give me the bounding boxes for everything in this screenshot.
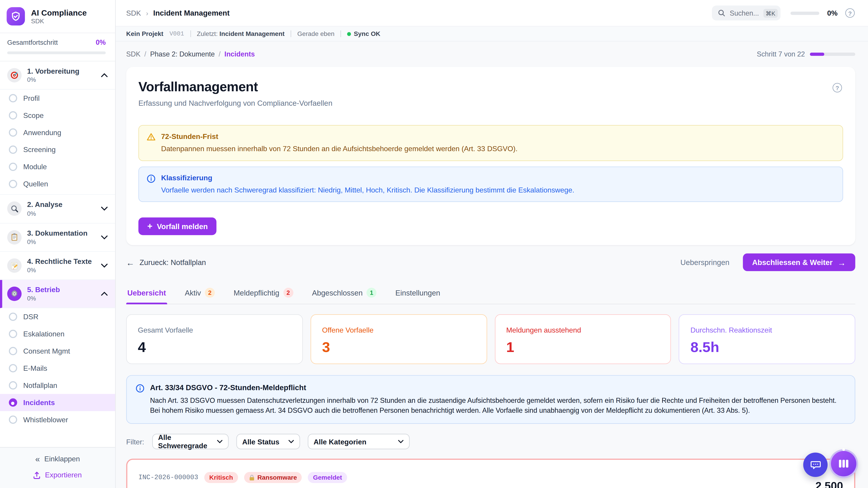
clipboard-icon xyxy=(7,230,22,245)
overall-progress: Gesamtfortschritt 0% xyxy=(0,33,115,61)
sidebar-section-betrieb[interactable]: 5. Betrieb 0% xyxy=(0,280,115,308)
tab-einstellungen[interactable]: Einstellungen xyxy=(394,283,441,304)
main-panel: SDK / Phase 2: Dokumente / Incidents Sch… xyxy=(116,41,868,488)
sidebar-item-anwendung[interactable]: Anwendung xyxy=(0,124,115,141)
info-circle-icon xyxy=(135,384,145,416)
info-title: Klassifizierung xyxy=(161,173,575,182)
category-filter-select[interactable]: Alle Kategorien xyxy=(307,434,409,450)
dsgvo-text: Nach Art. 33 DSGVO muessen Datenschutzve… xyxy=(150,396,846,416)
tab-abgeschlossen[interactable]: Abgeschlossen1 xyxy=(311,283,377,304)
radio-icon xyxy=(9,129,17,137)
incident-management-card: Vorfallmanagement Erfassung und Nachverf… xyxy=(126,67,855,245)
brand-header: AI Compliance SDK xyxy=(0,0,115,33)
divider xyxy=(291,31,291,37)
section-label: 1. Vorbereitung xyxy=(27,68,79,75)
metric-label-fragment: of xyxy=(766,470,843,478)
chevron-down-icon xyxy=(288,440,293,444)
last-label: Zuletzt: xyxy=(197,31,218,37)
status-filter-select[interactable]: Alle Status xyxy=(236,434,300,450)
sidebar-item-consent-mgmt[interactable]: Consent Mgmt xyxy=(0,343,115,360)
severity-badge: Kritisch xyxy=(204,472,238,483)
radio-icon xyxy=(9,347,17,356)
topbar-progress-value: 0% xyxy=(827,9,837,17)
warning-text: Datenpannen muessen innerhalb von 72 Stu… xyxy=(161,144,518,154)
search-input[interactable]: Suchen... ⌘K xyxy=(712,5,781,20)
help-icon[interactable]: ? xyxy=(845,8,855,18)
stat-card-open: Offene Vorfaelle 3 xyxy=(310,314,487,364)
version-badge: V001 xyxy=(169,31,184,37)
tab-aktiv[interactable]: Aktiv2 xyxy=(184,283,216,304)
sidebar-item-profil[interactable]: Profil xyxy=(0,90,115,107)
overall-progress-label: Gesamtfortschritt xyxy=(7,39,58,46)
stat-card-total: Gesamt Vorfaelle 4 xyxy=(126,314,303,364)
sidebar-item-whistleblower[interactable]: Whistleblower xyxy=(0,412,115,429)
sidebar-item-screening[interactable]: Screening xyxy=(0,141,115,158)
radio-selected-icon xyxy=(9,398,17,407)
incident-card[interactable]: INC-2026-000003 Kritisch Ransomware Geme… xyxy=(126,459,855,488)
stat-card-avg-reaction: Durchschn. Reaktionszeit 8.5h xyxy=(679,314,855,364)
sidebar-footer: « Einklappen Exportieren xyxy=(0,447,115,488)
chevron-down-icon xyxy=(101,235,108,239)
app-subtitle: SDK xyxy=(31,18,87,24)
radio-icon xyxy=(9,146,17,154)
sidebar-section-rechtliche-texte[interactable]: 4. Rechtliche Texte 0% xyxy=(0,252,115,280)
project-name: Kein Projekt xyxy=(126,31,163,37)
last-saved-time: Gerade eben xyxy=(297,31,334,37)
step-progress-bar xyxy=(810,53,855,56)
dsgvo-title: Art. 33/34 DSGVO - 72-Stunden-Meldepflic… xyxy=(150,383,846,392)
crumb-phase[interactable]: Phase 2: Dokumente xyxy=(150,51,215,58)
export-button[interactable]: Exportieren xyxy=(33,471,82,479)
sidebar-section-dokumentation[interactable]: 3. Dokumentation 0% xyxy=(0,223,115,252)
metric-value: 2.500 xyxy=(766,480,843,488)
severity-filter-select[interactable]: Alle Schweregrade xyxy=(152,434,228,450)
collapse-sidebar-button[interactable]: « Einklappen xyxy=(35,454,80,464)
filter-label: Filter: xyxy=(126,437,144,446)
radio-icon xyxy=(9,382,17,390)
warning-triangle-icon xyxy=(147,133,156,154)
gear-icon xyxy=(7,287,22,301)
sync-status: Sync OK xyxy=(354,31,380,37)
tab-meldepflichtig[interactable]: Meldepflichtig2 xyxy=(232,283,294,304)
report-incident-button[interactable]: + Vorfall melden xyxy=(138,218,217,235)
plus-icon: + xyxy=(147,222,152,231)
chevron-up-icon xyxy=(101,292,108,296)
crumb-sdk[interactable]: SDK xyxy=(126,51,141,58)
content-area: SDK › Incident Management Suchen... ⌘K 0… xyxy=(116,0,868,488)
sidebar-item-quellen[interactable]: Quellen xyxy=(0,175,115,195)
arrow-right-icon: → xyxy=(837,258,846,267)
sidebar-section-analyse[interactable]: 2. Analyse 0% xyxy=(0,195,115,223)
help-icon[interactable]: ? xyxy=(833,83,842,92)
tab-uebersicht[interactable]: Uebersicht xyxy=(126,283,167,304)
sidebar-item-incidents[interactable]: Incidents xyxy=(0,394,115,412)
upload-icon xyxy=(33,471,41,479)
chevron-right-icon: › xyxy=(146,9,148,17)
skip-button[interactable]: Ueberspringen xyxy=(680,258,730,267)
back-link[interactable]: ← Zurueck: Notfallplan xyxy=(126,258,206,267)
shield-check-icon xyxy=(6,7,25,26)
complete-next-button[interactable]: Abschliessen & Weiter → xyxy=(743,254,855,271)
sidebar-item-module[interactable]: Module xyxy=(0,158,115,175)
sidebar-item-scope[interactable]: Scope xyxy=(0,107,115,124)
search-placeholder: Suchen... xyxy=(730,9,759,17)
sidebar-item-emails[interactable]: E-Mails xyxy=(0,360,115,377)
section-progress: 0% xyxy=(27,295,60,302)
arrow-left-icon: ← xyxy=(126,258,134,267)
radio-icon xyxy=(9,313,17,321)
stat-cards: Gesamt Vorfaelle 4 Offene Vorfaelle 3 Me… xyxy=(126,314,855,364)
overall-progress-bar xyxy=(7,52,106,54)
page-title: Vorfallmanagement xyxy=(138,79,843,95)
sidebar-section-vorbereitung[interactable]: 1. Vorbereitung 0% xyxy=(0,61,115,90)
chat-button[interactable] xyxy=(803,453,828,477)
sidebar-item-dsr[interactable]: DSR xyxy=(0,308,115,326)
incident-id: INC-2026-000003 xyxy=(138,474,198,482)
breadcrumb-root[interactable]: SDK xyxy=(126,9,141,17)
radio-icon xyxy=(9,180,17,188)
sidebar-item-notfallplan[interactable]: Notfallplan xyxy=(0,377,115,394)
chevron-up-icon xyxy=(101,73,108,78)
keyboard-shortcut-badge: ⌘K xyxy=(763,8,777,18)
step-label: Schritt 7 von 22 xyxy=(757,51,805,58)
kanban-button[interactable] xyxy=(831,451,857,477)
double-chevron-left-icon: « xyxy=(35,454,40,464)
step-progress-fill xyxy=(810,53,825,56)
sidebar-item-eskalationen[interactable]: Eskalationen xyxy=(0,326,115,343)
